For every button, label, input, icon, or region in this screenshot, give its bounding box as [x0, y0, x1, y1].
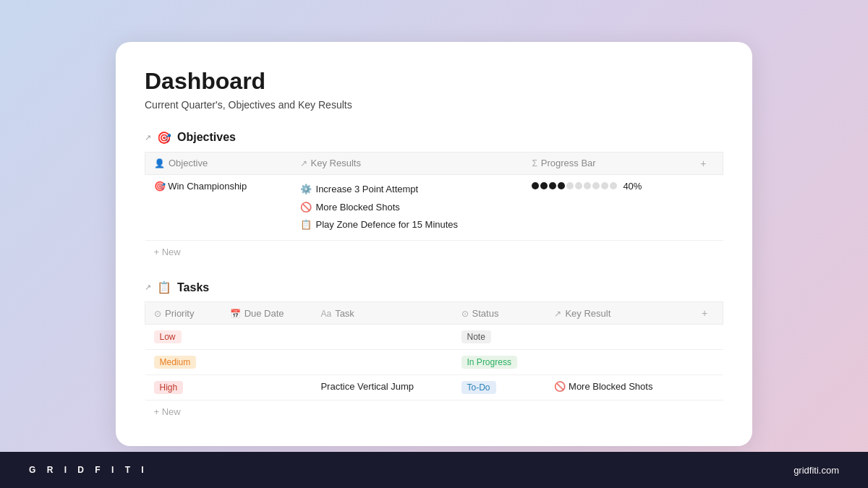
kr-item-3[interactable]: 📋 Play Zone Defence for 15 Minutes [300, 216, 515, 234]
kr2-icon: 🚫 [300, 199, 312, 217]
task-cell-1 [312, 325, 452, 350]
kr2-label: More Blocked Shots [316, 199, 400, 217]
col-task: AaTask [312, 302, 452, 325]
col-add[interactable]: + [692, 152, 723, 174]
progress-bar: 40% [532, 181, 683, 192]
kr-item-1[interactable]: ⚙️ Increase 3 Point Attempt [300, 181, 515, 199]
dot-3 [549, 182, 556, 189]
dot-10 [610, 182, 617, 189]
key-results-col-icon: ↗ [300, 158, 307, 168]
task-row-3: High Practice Vertical Jump To-Do 🚫 More… [145, 375, 723, 401]
tasks-new-row[interactable]: + New [145, 401, 723, 424]
dot-4 [558, 182, 565, 189]
dot-6 [575, 182, 582, 189]
status-cell-2: In Progress [453, 350, 546, 375]
col-key-results: ↗Key Results [292, 152, 524, 174]
status-cell-1: Note [453, 325, 546, 350]
page-subtitle: Current Quarter's, Objectives and Key Re… [145, 99, 723, 111]
key-result-cell-2 [545, 350, 692, 375]
objectives-icon: 🎯 [157, 131, 171, 145]
progress-pct: 40% [623, 181, 642, 192]
tasks-table: ⊙Priority 📅Due Date AaTask ⊙Status ↗Key … [145, 301, 723, 423]
add-task-col-icon: + [702, 307, 707, 319]
objectives-new-label[interactable]: + New [145, 241, 723, 264]
main-card: Dashboard Current Quarter's, Objectives … [116, 42, 752, 446]
extra-cell-1 [693, 325, 723, 350]
dot-5 [566, 182, 574, 189]
win-championship-icon: 🎯 [154, 181, 166, 192]
objectives-arrow-icon[interactable]: ↗ [145, 133, 151, 142]
due-date-cell-1 [221, 325, 312, 350]
due-date-cell-2 [221, 350, 312, 375]
status-cell-3: To-Do [453, 375, 546, 401]
priority-badge-low: Low [154, 330, 182, 343]
key-result-col-icon: ↗ [554, 309, 561, 319]
progress-col-icon: Σ [532, 158, 537, 168]
status-col-icon: ⊙ [461, 309, 469, 319]
due-date-col-icon: 📅 [230, 309, 241, 319]
task-cell-3: Practice Vertical Jump [312, 375, 452, 401]
priority-col-icon: ⊙ [154, 309, 161, 319]
tasks-title: Tasks [177, 281, 209, 294]
objective-col-icon: 👤 [154, 158, 165, 168]
kr-item-2[interactable]: 🚫 More Blocked Shots [300, 199, 515, 217]
task-col-icon: Aa [320, 309, 331, 319]
status-badge-todo: To-Do [461, 381, 496, 394]
col-progress-bar: ΣProgress Bar [523, 152, 692, 174]
objectives-table: 👤Objective ↗Key Results ΣProgress Bar + [145, 152, 723, 263]
kr-more-blocked-icon: 🚫 [554, 381, 566, 392]
due-date-cell-3 [221, 375, 312, 401]
dot-7 [584, 182, 591, 189]
objectives-section-header: ↗ 🎯 Objectives [145, 131, 723, 145]
task-row-2: Medium In Progress [145, 350, 723, 375]
status-badge-note: Note [461, 330, 491, 343]
priority-cell-3: High [145, 375, 221, 401]
objectives-title: Objectives [177, 131, 236, 144]
kr-more-blocked-text: More Blocked Shots [569, 381, 652, 392]
task-row-1: Low Note [145, 325, 723, 350]
footer-brand-right: gridfiti.com [793, 465, 839, 476]
kr1-icon: ⚙️ [300, 181, 312, 199]
objective-text: Win Championship [168, 181, 247, 192]
tasks-icon: 📋 [157, 281, 171, 294]
col-priority: ⊙Priority [145, 302, 221, 325]
kr3-icon: 📋 [300, 216, 312, 234]
extra-cell-2 [693, 350, 723, 375]
add-col-icon: + [700, 158, 706, 169]
tasks-new-label[interactable]: + New [145, 401, 723, 424]
col-key-result: ↗Key Result [545, 302, 692, 325]
priority-badge-high: High [154, 381, 184, 394]
kr3-label: Play Zone Defence for 15 Minutes [316, 216, 459, 234]
dot-9 [601, 182, 608, 189]
col-objective: 👤Objective [145, 152, 292, 174]
kr1-label: Increase 3 Point Attempt [316, 181, 419, 199]
key-results-cell: ⚙️ Increase 3 Point Attempt 🚫 More Block… [292, 174, 524, 240]
progress-cell: 40% [523, 174, 692, 240]
tasks-section: ↗ 📋 Tasks ⊙Priority 📅Due Date AaTask [145, 281, 723, 423]
dot-1 [532, 182, 539, 189]
col-tasks-add[interactable]: + [693, 302, 723, 325]
table-row: 🎯 Win Championship ⚙️ Increase 3 Point A… [145, 174, 723, 240]
task-cell-2 [312, 350, 452, 375]
obj-extra-cell [692, 174, 723, 240]
tasks-section-header: ↗ 📋 Tasks [145, 281, 723, 294]
dot-8 [592, 182, 600, 189]
status-badge-inprogress: In Progress [461, 356, 517, 369]
objective-cell: 🎯 Win Championship [145, 174, 292, 240]
extra-cell-3 [693, 375, 723, 401]
priority-cell-2: Medium [145, 350, 221, 375]
footer-brand-left: G R I D F I T I [29, 465, 148, 475]
objectives-new-row[interactable]: + New [145, 241, 723, 264]
col-status: ⊙Status [453, 302, 546, 325]
tasks-arrow-icon[interactable]: ↗ [145, 283, 151, 292]
col-due-date: 📅Due Date [221, 302, 312, 325]
key-result-cell-3[interactable]: 🚫 More Blocked Shots [545, 375, 692, 401]
priority-cell-1: Low [145, 325, 221, 350]
page-title: Dashboard [145, 68, 723, 95]
dot-2 [540, 182, 548, 189]
key-result-cell-1 [545, 325, 692, 350]
priority-badge-medium: Medium [154, 356, 197, 369]
footer: G R I D F I T I gridfiti.com [0, 452, 868, 488]
